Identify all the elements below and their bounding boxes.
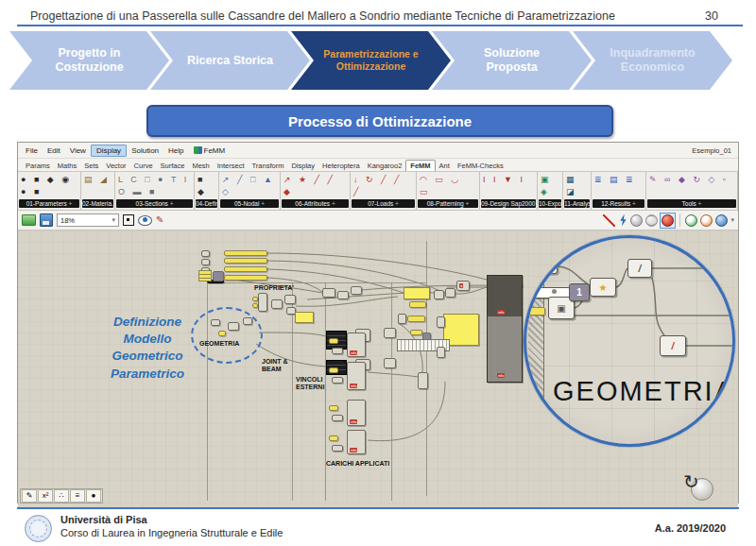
gh-panel[interactable] xyxy=(295,312,314,323)
gh-component[interactable] xyxy=(332,348,343,354)
toolbar-group-label[interactable]: 01-Parameters xyxy=(19,199,79,208)
toolbar-group-icons[interactable]: ▦ ◪ xyxy=(563,172,591,199)
toolbar-group-icons[interactable]: ✎ ∞ ◆ ↻ ◇ ▫ xyxy=(646,172,737,199)
preview-blue-icon[interactable] xyxy=(715,214,728,227)
gh-mini-slider[interactable] xyxy=(329,338,338,344)
process-step[interactable]: Ricerca Storica xyxy=(150,31,310,90)
toolbar-group-icons[interactable]: L C □ ● T I O ▬ ■ xyxy=(115,172,194,199)
gh-number-slider[interactable] xyxy=(224,250,267,256)
gh-component[interactable] xyxy=(284,295,296,304)
gh-component-tall[interactable]: info xyxy=(347,333,366,357)
toolbar-group-label[interactable]: 07-Loads xyxy=(352,199,415,208)
preview-orange-icon[interactable] xyxy=(700,214,713,227)
menu-item[interactable]: FeMM xyxy=(189,145,231,156)
gh-component[interactable] xyxy=(271,299,283,309)
sketch-pen-icon[interactable]: ✎ xyxy=(156,215,163,225)
solver-icon[interactable] xyxy=(618,214,627,227)
canvas-widget-icon[interactable]: ✎ xyxy=(22,489,37,503)
component-tab[interactable]: Curve xyxy=(130,161,157,171)
gh-component[interactable] xyxy=(258,293,267,312)
menu-item[interactable]: File xyxy=(21,145,43,156)
component-tab[interactable]: FeMM xyxy=(405,160,435,171)
process-step[interactable]: Soluzione Proposta xyxy=(432,31,592,90)
component-tab[interactable]: Heteroptera xyxy=(318,161,364,171)
toolbar-group-icons[interactable]: ≣ ▤ ≣ xyxy=(592,172,645,199)
gh-component[interactable] xyxy=(384,358,396,368)
gh-mini-slider-zoomed[interactable] xyxy=(529,307,545,316)
gh-component[interactable] xyxy=(211,319,220,326)
gh-number-slider[interactable] xyxy=(224,266,267,272)
gh-component[interactable] xyxy=(332,445,343,452)
canvas-widget-icon[interactable]: x² xyxy=(38,489,53,503)
component-tab[interactable]: Intersect xyxy=(214,161,249,171)
gh-panel-stack[interactable] xyxy=(198,270,212,282)
gh-component[interactable] xyxy=(332,377,343,384)
toolbar-group-label[interactable]: 08-Patterning xyxy=(418,199,478,208)
component-tab[interactable]: Ant xyxy=(436,161,454,171)
toolbar-group-label[interactable]: 10-Export xyxy=(539,199,561,208)
gh-panel[interactable] xyxy=(404,287,430,299)
component-tab[interactable]: Params xyxy=(22,161,54,171)
toolbar-group-label[interactable]: 05-Nodal xyxy=(220,199,279,208)
menu-item[interactable]: Display xyxy=(91,145,127,157)
zoom-extents-icon[interactable] xyxy=(123,214,134,226)
gh-mini-slider[interactable] xyxy=(252,297,258,301)
gh-component[interactable] xyxy=(434,290,444,299)
gh-mini-slider[interactable] xyxy=(409,301,426,308)
gh-component[interactable]: ● xyxy=(456,281,470,291)
shaded-preview-selected[interactable] xyxy=(661,213,675,228)
menu-item[interactable]: Edit xyxy=(43,145,65,156)
gh-component-tall[interactable]: info xyxy=(347,430,366,454)
component-tab[interactable]: Vector xyxy=(102,161,129,171)
gh-canvas[interactable]: PROPRIETA' GEOMETRIA JOINT & BEAM VINCOL… xyxy=(18,230,738,508)
toolbar-group-icons[interactable]: ▣ ◈ xyxy=(538,172,562,199)
gh-component-zoomed[interactable]: ★ xyxy=(590,278,616,297)
gh-mini-slider[interactable] xyxy=(329,367,338,373)
wireframe-preview-icon[interactable] xyxy=(603,214,615,227)
gh-mini-slider[interactable] xyxy=(407,316,425,322)
toolbar-group-label[interactable]: 09-Design Sap2000 xyxy=(481,199,536,208)
gh-mini-slider[interactable] xyxy=(252,303,258,308)
preview-green-icon[interactable] xyxy=(685,214,697,227)
canvas-widget-icon[interactable]: ● xyxy=(86,489,101,503)
gh-component-tall[interactable]: info xyxy=(347,362,366,390)
toolbar-group-icons[interactable]: I I ▼ I xyxy=(480,172,537,199)
gh-component[interactable] xyxy=(437,347,445,358)
toolbar-group-label[interactable]: 06-Attributes xyxy=(282,199,349,208)
preview-eye-icon[interactable] xyxy=(138,215,152,226)
process-step[interactable]: Parametrizzazione e Ottimizzazione xyxy=(291,31,451,90)
toolbar-group-icons[interactable]: ■ ◆ xyxy=(195,172,218,199)
gh-component[interactable] xyxy=(201,250,210,257)
gh-component-zoomed[interactable]: ◉ xyxy=(535,259,558,274)
component-tab[interactable]: Sets xyxy=(80,161,102,171)
toolbar-group-label[interactable]: 12-Results xyxy=(593,199,644,208)
component-tab[interactable]: Surface xyxy=(157,161,189,171)
gh-component-cluster[interactable]: info info xyxy=(487,275,523,383)
toolbar-group-icons[interactable]: ↗ ★ ╱ ╱ ◆ xyxy=(281,172,350,199)
gh-component[interactable] xyxy=(384,328,396,338)
gh-component-zoomed[interactable]: 1 xyxy=(569,283,590,301)
gh-component[interactable] xyxy=(243,317,252,325)
toolbar-group-label[interactable]: 04-Definit.. xyxy=(196,199,217,208)
chevron-down-icon[interactable]: ▾ xyxy=(730,216,734,224)
gh-component[interactable] xyxy=(398,314,406,324)
component-tab[interactable]: Mesh xyxy=(188,161,213,171)
canvas-widget-icon[interactable]: ≡ xyxy=(70,489,85,503)
component-tab[interactable]: Kangaroo2 xyxy=(364,161,406,171)
component-tab[interactable]: Display xyxy=(287,161,318,171)
toolbar-group-icons[interactable]: ▤ ◢ xyxy=(81,172,114,199)
process-step[interactable]: Inquadramento Economico xyxy=(573,31,732,90)
toolbar-group-icons[interactable]: ◠ ▭ ◡ ▭ xyxy=(417,172,479,199)
menu-item[interactable]: Help xyxy=(163,145,188,156)
gh-number-slider[interactable] xyxy=(224,258,267,264)
gh-component[interactable] xyxy=(337,291,349,299)
gh-component-zoomed[interactable]: / xyxy=(660,335,686,356)
gh-component[interactable] xyxy=(322,288,335,298)
gh-mini-slider[interactable] xyxy=(329,435,338,441)
gh-component[interactable] xyxy=(418,372,428,389)
gh-component-tall[interactable]: info xyxy=(347,400,366,426)
wire-preview-icon[interactable] xyxy=(645,214,658,227)
gh-mini-slider[interactable] xyxy=(410,330,422,335)
toolbar-group-label[interactable]: 02-Materia. xyxy=(82,199,113,208)
gh-mini-slider[interactable] xyxy=(329,405,338,411)
